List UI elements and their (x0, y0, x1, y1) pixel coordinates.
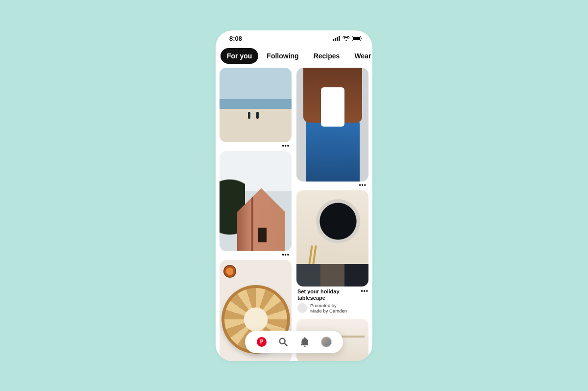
feed-tabs: For you Following Recipes Wear (216, 45, 372, 68)
pin-more-icon[interactable]: ••• (282, 252, 290, 257)
svg-rect-3 (339, 36, 340, 41)
pin-tablescape-promo[interactable]: Set your holiday tablescape ••• Promoted… (296, 190, 368, 316)
svg-rect-5 (353, 37, 360, 40)
nav-notifications[interactable] (298, 336, 311, 348)
pin-jacket[interactable]: ••• (296, 68, 368, 187)
pin-thumb[interactable] (220, 151, 292, 251)
svg-rect-1 (335, 38, 336, 41)
tab-recipes[interactable]: Recipes (307, 48, 346, 64)
tab-following[interactable]: Following (260, 48, 305, 64)
pinterest-icon (257, 337, 267, 347)
pin-thumb[interactable] (220, 68, 292, 142)
search-icon (278, 337, 288, 347)
status-bar: 8:08 (216, 30, 372, 45)
svg-rect-2 (337, 37, 338, 41)
feed[interactable]: ••• ••• ••• (216, 68, 372, 361)
pin-thumb[interactable] (296, 190, 368, 287)
pin-more-icon[interactable]: ••• (359, 182, 367, 187)
promo-meta[interactable]: Promoted by Made by Camden (296, 303, 368, 316)
svg-line-8 (285, 343, 287, 345)
promo-byline: Promoted by Made by Camden (310, 303, 347, 314)
pin-house[interactable]: ••• (220, 151, 292, 257)
tab-wear[interactable]: Wear (348, 48, 372, 64)
nav-profile[interactable] (320, 336, 333, 348)
nav-home[interactable] (255, 336, 268, 348)
avatar (321, 337, 332, 347)
svg-rect-0 (333, 39, 334, 41)
pin-thumb[interactable] (296, 68, 368, 182)
wifi-icon (343, 36, 350, 41)
feed-col-right: ••• Set your holiday tablescape ••• Prom… (296, 68, 368, 361)
cellular-icon (333, 36, 341, 41)
tab-for-you[interactable]: For you (220, 48, 258, 64)
pin-more-icon[interactable]: ••• (361, 287, 368, 293)
promo-title: Set your holiday tablescape (296, 287, 361, 303)
bell-icon (300, 337, 309, 347)
bottom-nav (245, 331, 343, 353)
nav-search[interactable] (277, 336, 290, 348)
svg-rect-6 (362, 37, 363, 39)
pin-beach[interactable]: ••• (220, 68, 292, 148)
status-time: 8:08 (229, 35, 242, 42)
status-indicators (333, 36, 363, 41)
pin-more-icon[interactable]: ••• (282, 143, 290, 148)
promo-avatar[interactable] (297, 303, 307, 313)
battery-icon (352, 36, 363, 41)
phone-frame: 8:08 For you Following Recipes Wear ••• (216, 30, 372, 361)
feed-col-left: ••• ••• (220, 68, 292, 361)
